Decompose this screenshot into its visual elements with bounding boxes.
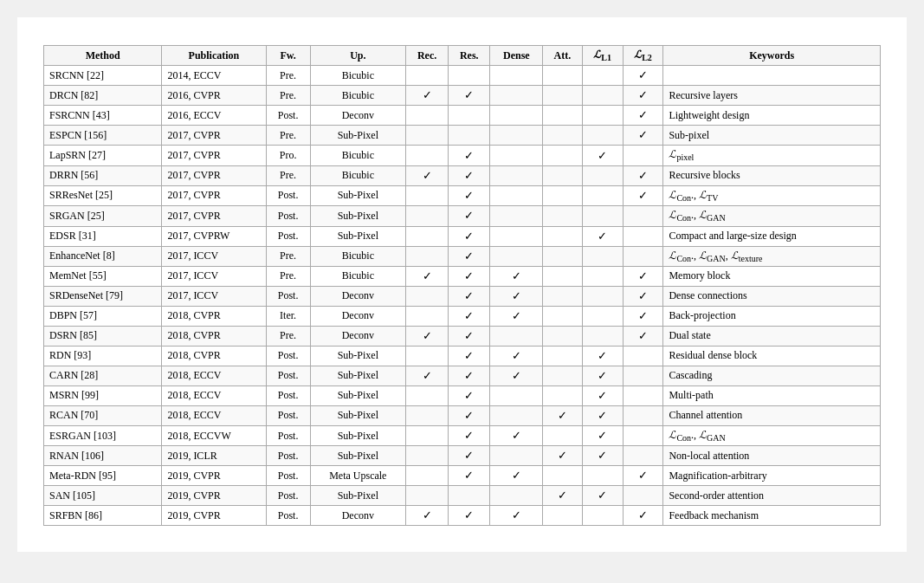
page-container: MethodPublicationFw.Up.Rec.Res.DenseAtt.… bbox=[17, 17, 907, 552]
table-cell-2-2: Post. bbox=[266, 106, 310, 126]
table-cell-9-9 bbox=[623, 246, 663, 266]
table-cell-14-6: ✓ bbox=[490, 346, 543, 366]
table-cell-1-10: Recursive layers bbox=[663, 86, 881, 106]
checkmark: ✓ bbox=[598, 449, 607, 462]
checkmark: ✓ bbox=[638, 469, 648, 482]
checkmark: ✓ bbox=[464, 88, 474, 101]
table-cell-18-3: Sub-Pixel bbox=[310, 425, 405, 445]
table-cell-14-2: Post. bbox=[266, 346, 310, 366]
table-cell-11-3: Deconv bbox=[310, 286, 405, 306]
table-cell-16-5: ✓ bbox=[449, 385, 490, 405]
checkmark: ✓ bbox=[464, 249, 474, 262]
checkmark: ✓ bbox=[638, 189, 648, 202]
table-cell-11-1: 2017, ICCV bbox=[162, 286, 266, 306]
table-cell-8-1: 2017, CVPRW bbox=[162, 226, 266, 246]
checkmark: ✓ bbox=[598, 429, 607, 442]
table-cell-17-4 bbox=[406, 405, 449, 425]
table-cell-6-3: Sub-Pixel bbox=[310, 185, 405, 205]
checkmark: ✓ bbox=[638, 509, 648, 521]
checkmark: ✓ bbox=[464, 389, 474, 402]
table-cell-18-5: ✓ bbox=[449, 425, 490, 445]
table-cell-16-1: 2018, ECCV bbox=[162, 385, 266, 405]
table-cell-13-7 bbox=[543, 326, 582, 346]
table-cell-1-6 bbox=[490, 86, 543, 106]
checkmark: ✓ bbox=[512, 509, 521, 521]
table-row: ESRGAN [103]2018, ECCVWPost.Sub-Pixel✓✓✓… bbox=[44, 425, 881, 445]
table-cell-21-7: ✓ bbox=[543, 486, 582, 506]
table-cell-19-1: 2019, ICLR bbox=[162, 446, 266, 466]
table-cell-17-1: 2018, ECCV bbox=[162, 405, 266, 425]
table-row: SRGAN [25]2017, CVPRPost.Sub-Pixel✓ℒCon.… bbox=[44, 206, 881, 226]
table-cell-11-10: Dense connections bbox=[663, 286, 881, 306]
table-cell-17-5: ✓ bbox=[449, 405, 490, 425]
table-cell-22-10: Feedback mechanism bbox=[663, 506, 881, 526]
column-header-0: Method bbox=[44, 46, 162, 66]
table-cell-20-6: ✓ bbox=[490, 466, 543, 486]
table-cell-5-6 bbox=[490, 165, 543, 185]
table-cell-6-1: 2017, CVPR bbox=[162, 185, 266, 205]
table-cell-11-9: ✓ bbox=[623, 286, 663, 306]
table-cell-21-4 bbox=[406, 486, 449, 506]
column-header-7: Att. bbox=[543, 46, 582, 66]
table-row: LapSRN [27]2017, CVPRPro.Bicubic✓✓ℒpixel bbox=[44, 146, 881, 165]
table-cell-2-8 bbox=[582, 106, 623, 126]
table-cell-14-3: Sub-Pixel bbox=[310, 346, 405, 366]
table-cell-14-5: ✓ bbox=[449, 346, 490, 366]
table-cell-9-1: 2017, ICCV bbox=[162, 246, 266, 266]
table-cell-12-9: ✓ bbox=[623, 306, 663, 326]
checkmark: ✓ bbox=[638, 269, 648, 282]
table-cell-4-5: ✓ bbox=[449, 146, 490, 165]
table-cell-20-4 bbox=[406, 466, 449, 486]
table-cell-15-9 bbox=[623, 366, 663, 385]
table-cell-2-4 bbox=[406, 106, 449, 126]
table-row: EDSR [31]2017, CVPRWPost.Sub-Pixel✓✓Comp… bbox=[44, 226, 881, 246]
checkmark: ✓ bbox=[512, 469, 521, 482]
main-table: MethodPublicationFw.Up.Rec.Res.DenseAtt.… bbox=[43, 45, 881, 526]
table-row: MemNet [55]2017, ICCVPre.Bicubic✓✓✓✓Memo… bbox=[44, 266, 881, 286]
table-cell-19-10: Non-local attention bbox=[663, 446, 881, 466]
table-cell-5-5: ✓ bbox=[449, 165, 490, 185]
table-cell-2-10: Lightweight design bbox=[663, 106, 881, 126]
table-cell-18-7 bbox=[543, 425, 582, 445]
table-cell-19-7: ✓ bbox=[543, 446, 582, 466]
table-cell-18-8: ✓ bbox=[582, 425, 623, 445]
table-cell-4-1: 2017, CVPR bbox=[162, 146, 266, 165]
table-cell-9-10: ℒCon., ℒGAN, ℒtexture bbox=[663, 246, 881, 266]
table-cell-0-8 bbox=[582, 66, 623, 86]
table-cell-4-0: LapSRN [27] bbox=[44, 146, 162, 165]
table-cell-13-1: 2018, CVPR bbox=[162, 326, 266, 346]
table-cell-10-10: Memory block bbox=[663, 266, 881, 286]
table-row: FSRCNN [43]2016, ECCVPost.Deconv✓Lightwe… bbox=[44, 106, 881, 126]
table-cell-14-8: ✓ bbox=[582, 346, 623, 366]
checkmark: ✓ bbox=[598, 389, 607, 402]
checkmark: ✓ bbox=[598, 349, 607, 362]
table-cell-15-0: CARN [28] bbox=[44, 366, 162, 385]
checkmark: ✓ bbox=[464, 369, 474, 382]
table-cell-2-9: ✓ bbox=[623, 106, 663, 126]
table-cell-5-1: 2017, CVPR bbox=[162, 165, 266, 185]
table-cell-10-0: MemNet [55] bbox=[44, 266, 162, 286]
table-row: RCAN [70]2018, ECCVPost.Sub-Pixel✓✓✓Chan… bbox=[44, 405, 881, 425]
table-cell-20-3: Meta Upscale bbox=[310, 466, 405, 486]
table-cell-18-0: ESRGAN [103] bbox=[44, 425, 162, 445]
table-cell-16-7 bbox=[543, 385, 582, 405]
table-cell-14-7 bbox=[543, 346, 582, 366]
table-cell-22-5: ✓ bbox=[449, 506, 490, 526]
column-header-5: Res. bbox=[449, 46, 490, 66]
table-cell-8-9 bbox=[623, 226, 663, 246]
table-cell-10-1: 2017, ICCV bbox=[162, 266, 266, 286]
table-cell-6-8 bbox=[582, 185, 623, 205]
checkmark: ✓ bbox=[464, 349, 474, 362]
table-cell-3-7 bbox=[543, 126, 582, 146]
table-cell-3-9: ✓ bbox=[623, 126, 663, 146]
table-cell-5-10: Recursive blocks bbox=[663, 165, 881, 185]
table-cell-6-10: ℒCon., ℒTV bbox=[663, 185, 881, 205]
checkmark: ✓ bbox=[638, 329, 648, 342]
checkmark: ✓ bbox=[464, 469, 474, 482]
column-header-8: ℒL1 bbox=[582, 46, 623, 66]
table-row: DBPN [57]2018, CVPRIter.Deconv✓✓✓Back-pr… bbox=[44, 306, 881, 326]
table-cell-1-7 bbox=[543, 86, 582, 106]
table-cell-0-1: 2014, ECCV bbox=[162, 66, 266, 86]
table-cell-17-7: ✓ bbox=[543, 405, 582, 425]
table-cell-21-0: SAN [105] bbox=[44, 486, 162, 506]
